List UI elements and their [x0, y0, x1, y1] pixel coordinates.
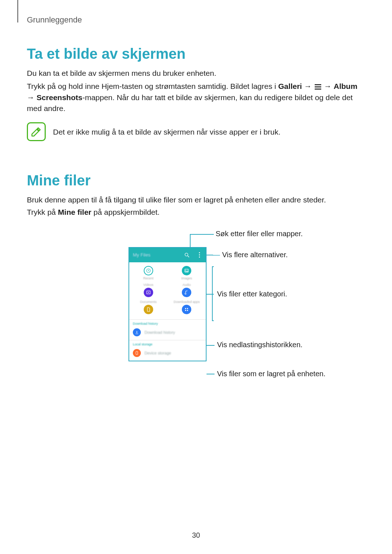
section-local-storage: Local storage — [129, 340, 206, 347]
more-icon[interactable] — [196, 252, 202, 258]
item-download-history[interactable]: Download history — [129, 326, 206, 340]
lead-line — [207, 345, 215, 346]
callout-more: —Vis flere alternativer. — [213, 251, 288, 259]
lead-line — [212, 320, 214, 321]
note-icon — [27, 122, 46, 141]
device-icon — [133, 349, 141, 357]
screenshot-p1: Du kan ta et bilde av skjermen mens du b… — [27, 68, 365, 79]
category-label: Downloaded apps — [173, 300, 200, 304]
category-label: Images — [181, 276, 192, 280]
svg-point-0 — [185, 253, 188, 256]
note-row: Det er ikke mulig å ta et bilde av skjer… — [27, 122, 365, 141]
lead-line — [207, 374, 215, 374]
document-icon — [144, 305, 153, 314]
svg-line-1 — [188, 256, 189, 257]
category-label: Documents — [140, 300, 157, 304]
section-mine-filer: Mine filer Bruk denne appen til å få til… — [27, 172, 365, 403]
bold-album: Album — [334, 82, 357, 90]
page: Grunnleggende Ta et bilde av skjermen Du… — [0, 0, 392, 554]
svg-rect-8 — [187, 310, 188, 311]
category-documents[interactable]: Documents — [129, 299, 168, 316]
category-downloaded-apps[interactable]: Downloaded apps — [168, 299, 206, 316]
callout-device: Vis filer som er lagret på enheten. — [217, 370, 326, 378]
category-grid: Recent Images Videos Audio — [129, 262, 206, 319]
bold-mine-filer: Mine filer — [58, 208, 91, 216]
lead-line — [212, 266, 214, 267]
svg-rect-7 — [185, 310, 186, 311]
text: → — [27, 93, 37, 102]
callout-category: Vis filer etter kategori. — [217, 290, 287, 298]
callout-downloads: Vis nedlastingshistorikken. — [217, 341, 302, 349]
section-label: Grunnleggende — [27, 15, 365, 25]
category-videos[interactable]: Videos — [129, 282, 168, 299]
apps-icon — [182, 305, 191, 314]
category-label: Audio — [183, 283, 191, 287]
app-title: My Files — [133, 252, 150, 258]
screenshot-p2: Trykk på og hold inne Hjem-tasten og str… — [27, 81, 365, 114]
category-label: Recent — [143, 276, 154, 280]
page-number: 30 — [0, 531, 392, 539]
category-images[interactable]: Images — [168, 264, 206, 282]
clock-icon — [144, 266, 153, 275]
text: Trykk på og hold inne Hjem-tasten og str… — [27, 82, 278, 90]
myfiles-p1: Bruk denne appen til å få tilgang til ul… — [27, 194, 365, 205]
svg-rect-5 — [185, 308, 186, 309]
svg-rect-9 — [136, 351, 138, 354]
figure: Søk etter filer eller mapper. —Vis flere… — [27, 229, 365, 403]
bold-galleri: Galleri — [278, 82, 302, 90]
text: → — [322, 82, 334, 90]
hamburger-icon — [315, 84, 321, 90]
item-device-storage[interactable]: Device storage — [129, 347, 206, 361]
text: Trykk på — [27, 208, 58, 216]
svg-rect-6 — [187, 308, 188, 309]
myfiles-p2: Trykk på Mine filer på appskjermbildet. — [27, 207, 365, 218]
lead-line — [190, 234, 214, 235]
download-icon — [133, 328, 141, 336]
lead-line — [212, 266, 213, 321]
image-icon — [182, 266, 191, 275]
item-label: Device storage — [144, 351, 171, 355]
category-label: Videos — [143, 283, 153, 287]
phone-mock: My Files Recent Images — [128, 247, 207, 361]
text: på appskjermbildet. — [91, 208, 160, 216]
video-icon — [144, 288, 153, 297]
music-icon — [182, 288, 191, 297]
category-audio[interactable]: Audio — [168, 282, 206, 299]
heading-mine-filer: Mine filer — [27, 172, 365, 189]
text: → — [302, 82, 314, 90]
search-icon[interactable] — [184, 252, 190, 258]
item-label: Download history — [144, 330, 175, 335]
bold-screenshots: Screenshots — [37, 93, 82, 102]
section-download-history: Download history — [129, 320, 206, 326]
note-text: Det er ikke mulig å ta et bilde av skjer… — [53, 122, 281, 138]
app-header: My Files — [129, 248, 206, 262]
category-recent[interactable]: Recent — [129, 264, 168, 282]
heading-screenshot: Ta et bilde av skjermen — [27, 46, 365, 62]
callout-search: Søk etter filer eller mapper. — [216, 230, 303, 238]
